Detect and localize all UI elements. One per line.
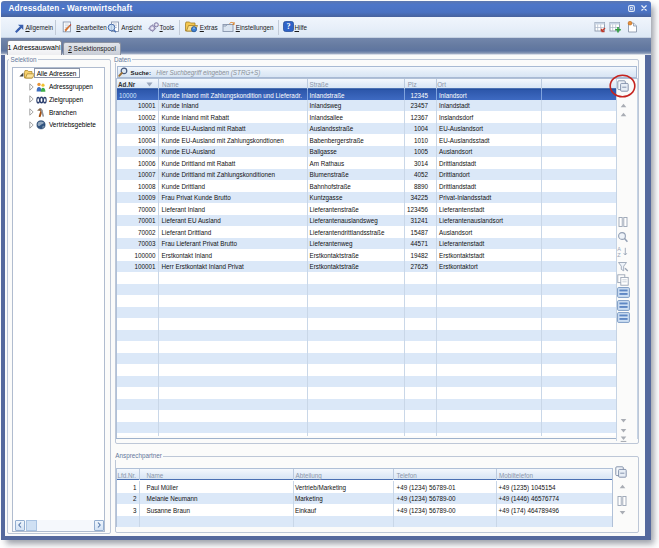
svg-text:?: ? [287,22,291,31]
svg-text:Z: Z [617,252,621,257]
